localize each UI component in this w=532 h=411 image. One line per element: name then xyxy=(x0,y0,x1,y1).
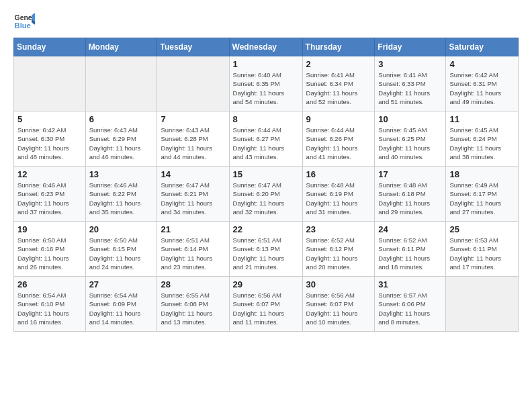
day-number: 10 xyxy=(378,114,442,124)
day-info: Sunrise: 6:45 AM Sunset: 6:25 PM Dayligh… xyxy=(378,126,442,161)
calendar-cell: 13Sunrise: 6:46 AM Sunset: 6:22 PM Dayli… xyxy=(85,167,157,222)
day-info: Sunrise: 6:50 AM Sunset: 6:16 PM Dayligh… xyxy=(17,236,82,271)
day-number: 27 xyxy=(89,279,154,289)
day-info: Sunrise: 6:51 AM Sunset: 6:14 PM Dayligh… xyxy=(161,236,225,271)
day-info: Sunrise: 6:47 AM Sunset: 6:21 PM Dayligh… xyxy=(161,181,225,216)
day-info: Sunrise: 6:42 AM Sunset: 6:30 PM Dayligh… xyxy=(17,126,82,161)
calendar-cell: 20Sunrise: 6:50 AM Sunset: 6:15 PM Dayli… xyxy=(85,222,157,277)
logo: General Blue xyxy=(13,11,35,32)
week-row-5: 26Sunrise: 6:54 AM Sunset: 6:10 PM Dayli… xyxy=(14,277,519,332)
weekday-header-friday: Friday xyxy=(375,38,446,56)
calendar-cell: 11Sunrise: 6:45 AM Sunset: 6:24 PM Dayli… xyxy=(446,111,519,167)
page: General Blue SundayMondayTuesdayWednesda… xyxy=(0,0,532,411)
calendar-cell: 12Sunrise: 6:46 AM Sunset: 6:23 PM Dayli… xyxy=(14,167,86,222)
calendar-cell xyxy=(157,56,229,111)
day-number: 14 xyxy=(161,169,225,179)
weekday-header-saturday: Saturday xyxy=(446,38,519,56)
day-info: Sunrise: 6:56 AM Sunset: 6:07 PM Dayligh… xyxy=(233,291,299,326)
calendar-cell: 1Sunrise: 6:40 AM Sunset: 6:35 PM Daylig… xyxy=(229,56,302,111)
calendar-cell: 22Sunrise: 6:51 AM Sunset: 6:13 PM Dayli… xyxy=(229,222,302,277)
day-number: 21 xyxy=(161,224,225,234)
day-info: Sunrise: 6:41 AM Sunset: 6:34 PM Dayligh… xyxy=(306,71,371,106)
day-number: 26 xyxy=(17,279,82,289)
day-info: Sunrise: 6:53 AM Sunset: 6:11 PM Dayligh… xyxy=(449,236,515,271)
day-info: Sunrise: 6:43 AM Sunset: 6:28 PM Dayligh… xyxy=(161,126,225,161)
day-info: Sunrise: 6:44 AM Sunset: 6:27 PM Dayligh… xyxy=(233,126,299,161)
week-row-2: 5Sunrise: 6:42 AM Sunset: 6:30 PM Daylig… xyxy=(14,111,519,167)
day-number: 8 xyxy=(233,114,299,124)
weekday-header-wednesday: Wednesday xyxy=(229,38,302,56)
day-number: 30 xyxy=(306,279,371,289)
calendar-cell xyxy=(446,277,519,332)
calendar-cell: 29Sunrise: 6:56 AM Sunset: 6:07 PM Dayli… xyxy=(229,277,302,332)
day-info: Sunrise: 6:56 AM Sunset: 6:07 PM Dayligh… xyxy=(306,291,371,326)
day-info: Sunrise: 6:51 AM Sunset: 6:13 PM Dayligh… xyxy=(233,236,299,271)
day-number: 2 xyxy=(306,59,371,69)
day-number: 4 xyxy=(449,59,515,69)
day-number: 25 xyxy=(449,224,515,234)
weekday-header-sunday: Sunday xyxy=(14,38,86,56)
day-info: Sunrise: 6:49 AM Sunset: 6:17 PM Dayligh… xyxy=(449,181,515,216)
calendar-cell: 27Sunrise: 6:54 AM Sunset: 6:09 PM Dayli… xyxy=(85,277,157,332)
calendar-cell: 24Sunrise: 6:52 AM Sunset: 6:11 PM Dayli… xyxy=(375,222,446,277)
day-number: 13 xyxy=(89,169,154,179)
calendar-cell: 21Sunrise: 6:51 AM Sunset: 6:14 PM Dayli… xyxy=(157,222,229,277)
day-number: 24 xyxy=(378,224,442,234)
day-number: 3 xyxy=(378,59,442,69)
day-info: Sunrise: 6:54 AM Sunset: 6:09 PM Dayligh… xyxy=(89,291,154,326)
calendar-cell: 8Sunrise: 6:44 AM Sunset: 6:27 PM Daylig… xyxy=(229,111,302,167)
day-number: 6 xyxy=(89,114,154,124)
calendar-cell: 23Sunrise: 6:52 AM Sunset: 6:12 PM Dayli… xyxy=(302,222,375,277)
calendar-cell: 4Sunrise: 6:42 AM Sunset: 6:31 PM Daylig… xyxy=(446,56,519,111)
day-number: 22 xyxy=(233,224,299,234)
day-number: 29 xyxy=(233,279,299,289)
day-number: 1 xyxy=(233,59,299,69)
day-number: 15 xyxy=(233,169,299,179)
day-number: 18 xyxy=(449,169,515,179)
day-info: Sunrise: 6:44 AM Sunset: 6:26 PM Dayligh… xyxy=(306,126,371,161)
day-info: Sunrise: 6:48 AM Sunset: 6:18 PM Dayligh… xyxy=(378,181,442,216)
day-number: 11 xyxy=(449,114,515,124)
calendar-cell: 17Sunrise: 6:48 AM Sunset: 6:18 PM Dayli… xyxy=(375,167,446,222)
day-info: Sunrise: 6:45 AM Sunset: 6:24 PM Dayligh… xyxy=(449,126,515,161)
weekday-header-thursday: Thursday xyxy=(302,38,375,56)
day-number: 7 xyxy=(161,114,225,124)
day-number: 16 xyxy=(306,169,371,179)
day-number: 31 xyxy=(378,279,442,289)
calendar-cell: 25Sunrise: 6:53 AM Sunset: 6:11 PM Dayli… xyxy=(446,222,519,277)
calendar-cell: 5Sunrise: 6:42 AM Sunset: 6:30 PM Daylig… xyxy=(14,111,86,167)
calendar-cell: 10Sunrise: 6:45 AM Sunset: 6:25 PM Dayli… xyxy=(375,111,446,167)
calendar-table: SundayMondayTuesdayWednesdayThursdayFrid… xyxy=(13,38,519,332)
day-info: Sunrise: 6:40 AM Sunset: 6:35 PM Dayligh… xyxy=(233,71,299,106)
calendar-cell: 7Sunrise: 6:43 AM Sunset: 6:28 PM Daylig… xyxy=(157,111,229,167)
calendar-cell xyxy=(85,56,157,111)
header: General Blue xyxy=(13,11,519,32)
day-number: 23 xyxy=(306,224,371,234)
calendar-cell: 9Sunrise: 6:44 AM Sunset: 6:26 PM Daylig… xyxy=(302,111,375,167)
calendar-cell: 31Sunrise: 6:57 AM Sunset: 6:06 PM Dayli… xyxy=(375,277,446,332)
day-number: 17 xyxy=(378,169,442,179)
calendar-cell: 15Sunrise: 6:47 AM Sunset: 6:20 PM Dayli… xyxy=(229,167,302,222)
day-info: Sunrise: 6:43 AM Sunset: 6:29 PM Dayligh… xyxy=(89,126,154,161)
svg-text:Blue: Blue xyxy=(15,21,31,30)
calendar-cell: 16Sunrise: 6:48 AM Sunset: 6:19 PM Dayli… xyxy=(302,167,375,222)
calendar-cell: 3Sunrise: 6:41 AM Sunset: 6:33 PM Daylig… xyxy=(375,56,446,111)
week-row-1: 1Sunrise: 6:40 AM Sunset: 6:35 PM Daylig… xyxy=(14,56,519,111)
day-number: 19 xyxy=(17,224,82,234)
day-info: Sunrise: 6:48 AM Sunset: 6:19 PM Dayligh… xyxy=(306,181,371,216)
day-info: Sunrise: 6:52 AM Sunset: 6:11 PM Dayligh… xyxy=(378,236,442,271)
day-info: Sunrise: 6:52 AM Sunset: 6:12 PM Dayligh… xyxy=(306,236,371,271)
day-info: Sunrise: 6:41 AM Sunset: 6:33 PM Dayligh… xyxy=(378,71,442,106)
calendar-cell: 6Sunrise: 6:43 AM Sunset: 6:29 PM Daylig… xyxy=(85,111,157,167)
logo-icon: General Blue xyxy=(13,11,35,32)
calendar-cell: 19Sunrise: 6:50 AM Sunset: 6:16 PM Dayli… xyxy=(14,222,86,277)
weekday-header-row: SundayMondayTuesdayWednesdayThursdayFrid… xyxy=(14,38,519,56)
day-info: Sunrise: 6:57 AM Sunset: 6:06 PM Dayligh… xyxy=(378,291,442,326)
day-info: Sunrise: 6:42 AM Sunset: 6:31 PM Dayligh… xyxy=(449,71,515,106)
week-row-3: 12Sunrise: 6:46 AM Sunset: 6:23 PM Dayli… xyxy=(14,167,519,222)
calendar-cell: 2Sunrise: 6:41 AM Sunset: 6:34 PM Daylig… xyxy=(302,56,375,111)
day-info: Sunrise: 6:54 AM Sunset: 6:10 PM Dayligh… xyxy=(17,291,82,326)
week-row-4: 19Sunrise: 6:50 AM Sunset: 6:16 PM Dayli… xyxy=(14,222,519,277)
day-info: Sunrise: 6:46 AM Sunset: 6:23 PM Dayligh… xyxy=(17,181,82,216)
day-info: Sunrise: 6:55 AM Sunset: 6:08 PM Dayligh… xyxy=(161,291,225,326)
